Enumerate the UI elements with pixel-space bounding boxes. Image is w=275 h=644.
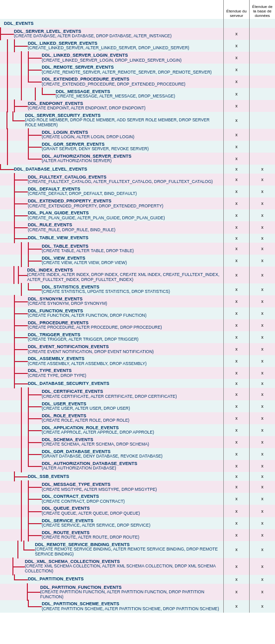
- db-scope-mark: x: [249, 505, 275, 517]
- node-desc: (CREATE VIEW, ALTER VIEW, DROP VIEW): [42, 261, 127, 266]
- server-scope-mark: x: [223, 517, 249, 529]
- tree-node: DDL_PARTITION_FUNCTION_EVENTS(CREATE PAR…: [0, 584, 275, 601]
- tree-node: DDL_AUTHORIZATION_DATABASE_EVENTS(ALTER …: [0, 460, 275, 472]
- db-scope-mark: [249, 76, 275, 88]
- node-desc: (CREATE USER, ALTER USER, DROP USER): [42, 406, 130, 411]
- node-desc: (CREATE PROCEDURE, ALTER PROCEDURE, DROP…: [28, 325, 162, 330]
- server-scope-mark: x: [223, 307, 249, 319]
- tree-node: DDL_TYPE_EVENTS(CREATE TYPE, DROP TYPE)x…: [0, 367, 275, 379]
- server-scope-mark: x: [223, 174, 249, 185]
- server-scope-mark: x: [223, 575, 249, 584]
- db-scope-mark: [249, 112, 275, 129]
- db-scope-mark: x: [249, 400, 275, 412]
- tree-node: DDL_QUEUE_EVENTS(CREATE QUEUE, ALTER QUE…: [0, 505, 275, 517]
- tree-node: DDL_PARTITION_SCHEME_EVENTS(CREATE PARTI…: [0, 600, 275, 612]
- node-name: DDL_SSB_EVENTS: [28, 474, 69, 479]
- db-scope-mark: x: [249, 472, 275, 481]
- server-scope-mark: x: [223, 493, 249, 505]
- node-desc: (CREATE_EXTENDED_PROCEDURE, DROP_EXTENDE…: [42, 82, 185, 87]
- server-scope-mark: x: [223, 76, 249, 88]
- server-scope-mark: x: [223, 100, 249, 112]
- db-scope-mark: [249, 40, 275, 52]
- node-desc: (CREATE TRIGGER, ALTER TRIGGER, DROP TRI…: [28, 337, 138, 342]
- tree-node: DDL_SERVER_SECURITY_EVENTS (ADD ROLE MEM…: [0, 112, 275, 129]
- server-scope-mark: x: [223, 283, 249, 295]
- server-scope-mark: x: [223, 379, 249, 388]
- server-scope-mark: x: [223, 88, 249, 100]
- server-scope-mark: x: [223, 28, 249, 40]
- node-desc: (CREATE_LINKED_SERVER_LOGIN, DROP_LINKED…: [42, 58, 182, 63]
- node-desc: (GRANT SERVER, DENY SERVER, REVOKE SERVE…: [42, 147, 149, 152]
- node-desc: (CREATE_REMOTE_SERVER, ALTER_REMOTE_SERV…: [42, 70, 212, 75]
- db-scope-mark: x: [249, 558, 275, 575]
- tree-node: DDL_TRIGGER_EVENTS(CREATE TRIGGER, ALTER…: [0, 331, 275, 343]
- tree-node: DDL_PARTITION_EVENTSxx: [0, 575, 275, 584]
- db-scope-mark: x: [249, 436, 275, 448]
- node-desc: (CREATE CERTIFICATE, ALTER CERTIFICATE, …: [42, 394, 177, 399]
- server-scope-mark: x: [223, 343, 249, 355]
- tree-node: DDL_DATABASE_LEVEL_EVENTSxx: [0, 165, 275, 174]
- tree-node: DDL_SERVICE_EVENTS(CREATE SERVICE, ALTER…: [0, 517, 275, 529]
- tree-node: DDL_SERVER_LEVEL_EVENTS(CREATE DATABASE,…: [0, 28, 275, 40]
- tree-node: DDL_PLAN_GUIDE_EVENTS(CREATE_PLAN_GUIDE,…: [0, 209, 275, 221]
- node-desc: (CREATE_RULE, DROP_RULE, BIND_RULE): [28, 228, 115, 233]
- node-desc: (CREATE LOGIN, ALTER LOGIN, DROP LOGIN): [42, 135, 134, 140]
- server-scope-mark: x: [223, 331, 249, 343]
- node-name: DDL_PARTITION_EVENTS: [28, 576, 84, 581]
- tree-node: DDL_STATISTICS_EVENTS(CREATE STATISTICS,…: [0, 283, 275, 295]
- node-desc: (CREATE MSGTYPE, ALTER MSGTYPE, DROP MSG…: [42, 487, 157, 492]
- node-desc: (CREATE EVENT NOTIFICATION, DROP EVENT N…: [28, 350, 154, 355]
- tree-node: DDL_ROLE_EVENTS(CREATE ROLE, ALTER ROLE,…: [0, 412, 275, 424]
- db-scope-mark: x: [249, 412, 275, 424]
- tree-node: DDL_GDR_DATABASE_EVENTS(GRANT DATABASE, …: [0, 448, 275, 460]
- tree-node: DDL_INDEX_EVENTS(CREATE INDEX, ALTER IND…: [0, 267, 275, 283]
- node-name: DDL_DATABASE_SECURITY_EVENTS: [28, 381, 109, 386]
- db-scope-mark: x: [249, 343, 275, 355]
- server-scope-mark: x: [223, 64, 249, 76]
- db-scope-mark: [249, 28, 275, 40]
- server-scope-mark: x: [223, 412, 249, 424]
- db-scope-mark: x: [249, 165, 275, 174]
- node-desc: (ALTER AUTHORIZATION SERVER): [42, 159, 131, 164]
- tree-node: DDL_REMOTE_SERVICE_BINDING_EVENTS(CREATE…: [0, 541, 275, 558]
- db-scope-mark: x: [249, 295, 275, 307]
- node-desc: (CREATE TYPE, DROP TYPE): [28, 373, 86, 378]
- server-scope-mark: x: [223, 472, 249, 481]
- server-scope-mark: x: [223, 319, 249, 331]
- db-scope-mark: x: [249, 319, 275, 331]
- db-scope-mark: x: [249, 600, 275, 612]
- node-desc: (CREATE SERVICE, ALTER SERVICE, DROP SER…: [42, 523, 150, 528]
- node-desc: (CREATE_EXTENDED_PROPERTY, DROP_EXTENDED…: [28, 204, 163, 209]
- server-scope-mark: x: [223, 221, 249, 233]
- db-scope-mark: x: [249, 355, 275, 367]
- tree-node: DDL_MESSAGE_EVENTS(CREATE_MESSAGE, ALTER…: [0, 88, 275, 100]
- db-scope-mark: x: [249, 584, 275, 601]
- node-desc: (CREATE CONTRACT, DROP CONTRACT): [42, 499, 125, 504]
- server-scope-mark: x: [223, 584, 249, 601]
- node-name: DDL_TABLE_VIEW_EVENTS: [28, 235, 89, 240]
- tree-node: DDL_LINKED_SERVER_LOGIN_EVENTS(CREATE_LI…: [0, 52, 275, 64]
- tree-node: DDL_CONTRACT_EVENTS(CREATE CONTRACT, DRO…: [0, 493, 275, 505]
- node-name: DDL_EVENTS: [4, 21, 34, 26]
- db-scope-mark: x: [249, 283, 275, 295]
- server-scope-mark: x: [223, 436, 249, 448]
- db-scope-mark: x: [249, 243, 275, 255]
- db-scope-mark: x: [249, 307, 275, 319]
- server-scope-mark: x: [223, 267, 249, 283]
- header-row: Étendue du serveur Étendue de la base de…: [0, 0, 275, 19]
- node-desc: (CREATE DATABASE, ALTER DATABASE, DROP D…: [14, 34, 172, 39]
- server-scope-mark: [223, 19, 249, 28]
- tree-node: DDL_ASSEMBLY_EVENTS(CREATE ASSEMBLY, ALT…: [0, 355, 275, 367]
- server-scope-mark: x: [223, 400, 249, 412]
- node-desc: (CREATE ROLE, ALTER ROLE, DROP ROLE): [42, 418, 129, 423]
- db-scope-mark: x: [249, 185, 275, 197]
- server-scope-mark: x: [223, 209, 249, 221]
- tree-node: DDL_EXTENDED_PROPERTY_EVENTS(CREATE_EXTE…: [0, 197, 275, 209]
- tree-node: DDL_FUNCTION_EVENTS(CREATE FUNCTION, ALT…: [0, 307, 275, 319]
- node-desc: (CREATE INDEX, ALTER INDEX, DROP INDEX, …: [27, 273, 222, 282]
- node-desc: (CREATE QUEUE, ALTER QUEUE, DROP QUEUE): [42, 511, 140, 516]
- db-scope-mark: x: [249, 379, 275, 388]
- server-scope-mark: x: [223, 197, 249, 209]
- server-scope-mark: x: [223, 40, 249, 52]
- node-desc: (CREATE SCHEMA, ALTER SCHEMA, DROP SCHEM…: [42, 442, 149, 447]
